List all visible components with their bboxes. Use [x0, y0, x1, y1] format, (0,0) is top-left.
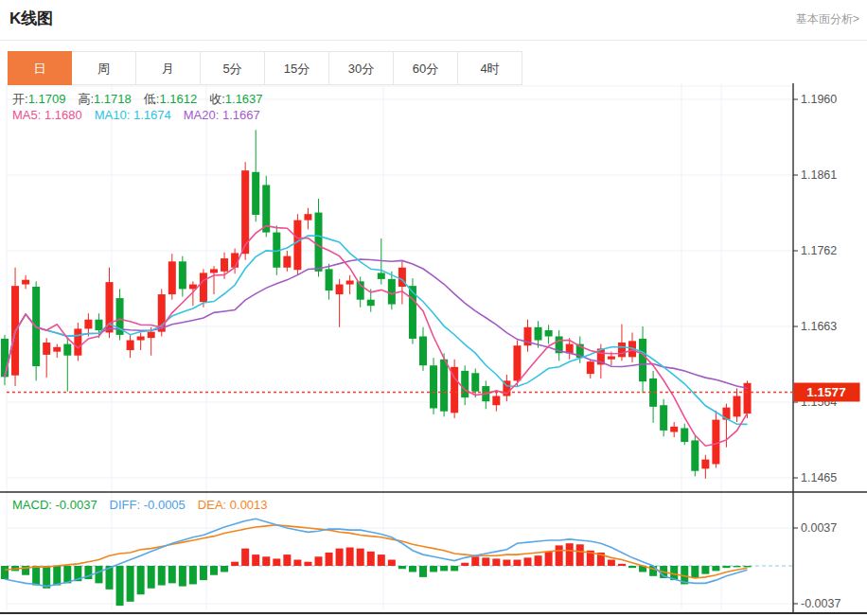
macd-bar	[137, 566, 145, 594]
candle-body	[734, 396, 741, 417]
candle-body	[608, 357, 615, 360]
axis-tick-label: 1.1960	[801, 93, 837, 106]
current-price-tag-label: 1.1577	[806, 385, 845, 399]
macd-bar	[618, 564, 626, 566]
dea-label: DEA:	[198, 498, 226, 512]
high-label: 高:	[78, 92, 94, 106]
macd-bar	[513, 560, 521, 566]
macd-bar	[326, 553, 333, 566]
ma-legend: MA5: 1.1680MA10: 1.1674MA20: 1.1667	[12, 108, 260, 122]
candle-body	[148, 332, 155, 338]
candle-body	[545, 330, 553, 336]
low-value: 1.1612	[159, 92, 197, 106]
candle-body	[137, 337, 145, 341]
candle-body	[210, 269, 218, 273]
candle-body	[660, 405, 667, 431]
dea-value: 0.0013	[230, 498, 268, 512]
macd-bar	[440, 566, 448, 571]
macd-bar	[241, 549, 249, 566]
macd-bar	[608, 560, 615, 566]
candle-body	[535, 327, 542, 341]
macd-bar	[545, 552, 553, 566]
candle-body	[84, 320, 92, 329]
candle-body	[221, 258, 228, 272]
macd-bar	[378, 554, 385, 566]
macd-bar	[179, 566, 186, 587]
macd-bar	[367, 552, 375, 566]
macd-bar	[461, 563, 469, 566]
macd-bar	[576, 544, 584, 566]
macd-label: MACD:	[12, 498, 52, 512]
macd-bar	[200, 566, 207, 580]
macd-bar	[210, 566, 218, 575]
axis-tick-label: 1.1861	[801, 168, 837, 182]
candle-body	[283, 256, 291, 268]
macd-bar	[231, 562, 239, 566]
macd-bar	[744, 566, 752, 567]
candle-body	[378, 273, 385, 278]
macd-value: -0.0037	[56, 498, 97, 512]
axis-tick-label: 0.0037	[801, 521, 837, 535]
macd-bar	[691, 566, 699, 578]
candle-body	[367, 300, 375, 306]
macd-bar	[419, 566, 427, 577]
macd-bar	[148, 566, 155, 589]
macd-bar	[189, 566, 197, 584]
open-label: 开:	[12, 92, 28, 106]
macd-bar	[712, 566, 719, 571]
candle-body	[440, 360, 448, 412]
macd-bar	[116, 566, 124, 606]
macd-bar	[158, 566, 166, 586]
candle-body	[315, 213, 323, 272]
candle-body	[701, 460, 709, 469]
macd-bar	[409, 566, 416, 572]
candle-body	[43, 343, 50, 355]
axis-tick-label: 1.1465	[801, 471, 837, 484]
macd-bar	[63, 566, 71, 583]
candle-body	[587, 361, 594, 374]
macd-bar	[273, 558, 280, 566]
macd-bar	[556, 545, 563, 566]
diff-label: DIFF:	[110, 498, 141, 512]
macd-bar	[722, 566, 730, 568]
macd-bar	[524, 557, 532, 566]
macd-bar	[482, 557, 489, 566]
macd-bar	[95, 566, 102, 583]
ohlc-legend: 开:1.1709高:1.1718低:1.1612收:1.1637	[12, 91, 263, 108]
ma20-value: 1.1667	[222, 108, 260, 122]
ma20-label: MA20:	[184, 108, 220, 122]
candle-body	[336, 285, 344, 295]
candle-body	[618, 343, 626, 357]
macd-bar	[535, 555, 542, 566]
ma10-value: 1.1674	[133, 108, 171, 122]
ma5-value: 1.1680	[44, 108, 82, 122]
candle-body	[513, 345, 521, 380]
candle-body	[63, 344, 71, 356]
macd-bar	[451, 566, 458, 571]
macd-bar	[127, 566, 134, 602]
candle-body	[461, 371, 469, 397]
macd-bar	[32, 566, 40, 586]
macd-bar	[566, 543, 574, 566]
macd-bar	[346, 548, 354, 566]
macd-bar	[398, 566, 406, 569]
macd-bar	[336, 549, 344, 566]
candle-body	[179, 261, 186, 289]
axis-tick-label: -0.0037	[801, 597, 840, 610]
macd-bar	[701, 566, 709, 574]
macd-bar	[283, 554, 291, 566]
candle-body	[252, 172, 259, 215]
macd-bar	[53, 566, 61, 586]
candle-body	[304, 214, 311, 220]
candle-body	[681, 428, 688, 442]
macd-bar	[492, 558, 500, 566]
candle-body	[1, 339, 9, 377]
candle-body	[430, 365, 437, 408]
macd-bar	[252, 554, 259, 566]
macd-bar	[628, 566, 636, 568]
macd-legend: MACD: -0.0037DIFF: -0.0005DEA: 0.0013	[12, 498, 268, 512]
candle-body	[492, 396, 500, 406]
macd-bar	[503, 560, 510, 566]
close-value: 1.1637	[225, 92, 263, 106]
macd-bar	[293, 560, 301, 566]
